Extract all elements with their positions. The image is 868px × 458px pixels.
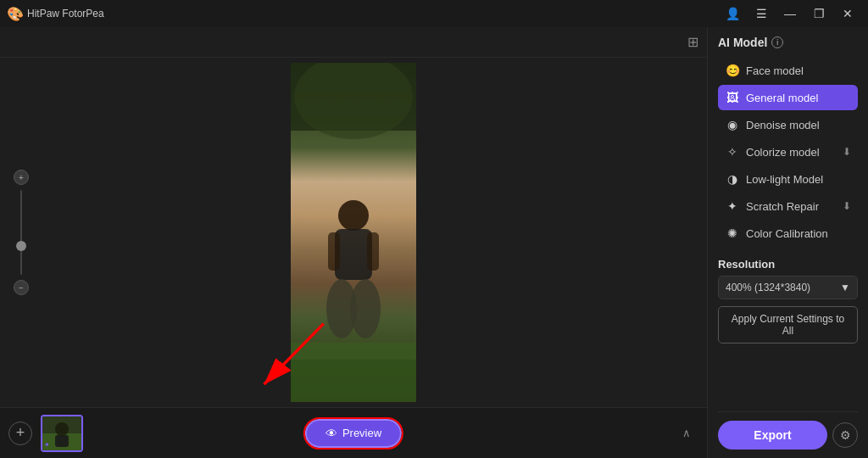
svg-rect-9: [291, 360, 416, 402]
zoom-track[interactable]: [20, 190, 22, 275]
maximize-button[interactable]: ❐: [805, 3, 832, 24]
zoom-in-button[interactable]: +: [14, 170, 29, 185]
title-bar-controls: 👤 ☰ — ❐ ✕: [719, 3, 861, 24]
crop-tool-icon[interactable]: ⊞: [687, 34, 698, 50]
photo-display: [291, 63, 416, 402]
model-item-scratch[interactable]: ✦ Scratch Repair ⬇: [718, 193, 858, 219]
model-item-lowlight[interactable]: ◑ Low-light Model: [718, 166, 858, 192]
canvas-toolbar: ⊞: [0, 27, 707, 58]
denoise-model-icon: ◉: [725, 118, 740, 131]
scratch-model-icon: ✦: [725, 199, 740, 213]
canvas-wrapper: + −: [0, 58, 707, 407]
zoom-thumb[interactable]: [16, 241, 26, 251]
export-settings-button[interactable]: ⚙: [832, 422, 858, 448]
preview-button[interactable]: 👁 Preview: [305, 419, 402, 448]
bottom-bar: + ✦: [0, 407, 707, 458]
resolution-dropdown-icon: ▼: [840, 282, 850, 293]
resolution-label: Resolution: [718, 258, 858, 271]
ai-model-info-icon[interactable]: i: [771, 36, 783, 48]
lowlight-model-label: Low-light Model: [746, 173, 823, 186]
minimize-button[interactable]: —: [776, 3, 804, 24]
right-panel: AI Model i 😊 Face model 🖼 General model …: [707, 27, 868, 458]
expand-button[interactable]: ∧: [676, 423, 697, 444]
face-model-label: Face model: [746, 64, 804, 77]
zoom-out-button[interactable]: −: [14, 280, 29, 295]
resolution-value: 400% (1324*3840): [726, 282, 810, 293]
resolution-section: Resolution 400% (1324*3840) ▼ Apply Curr…: [718, 258, 858, 344]
colorize-download-icon[interactable]: ⬇: [843, 146, 851, 158]
app-logo-icon: 🎨: [7, 6, 22, 21]
add-image-button[interactable]: +: [8, 422, 32, 445]
general-model-label: General model: [746, 92, 818, 104]
svg-point-2: [338, 200, 369, 231]
thumbnails-strip: ✦: [41, 415, 83, 452]
model-item-face-left: 😊 Face model: [725, 64, 804, 77]
model-item-scratch-left: ✦ Scratch Repair: [725, 199, 819, 213]
scratch-download-icon[interactable]: ⬇: [843, 200, 851, 212]
svg-rect-3: [335, 229, 372, 280]
title-bar: 🎨 HitPaw FotorPea 👤 ☰ — ❐ ✕: [0, 0, 868, 27]
denoise-model-label: Denoise model: [746, 119, 820, 131]
calibration-model-label: Color Calibration: [746, 227, 828, 240]
face-model-icon: 😊: [725, 64, 740, 77]
close-button[interactable]: ✕: [834, 3, 861, 24]
thumbnail-item[interactable]: ✦: [41, 415, 83, 452]
expand-icon: ∧: [682, 427, 691, 439]
account-button[interactable]: 👤: [719, 3, 746, 24]
apply-settings-button[interactable]: Apply Current Settings to All: [718, 306, 858, 344]
preview-eye-icon: 👁: [326, 427, 337, 440]
model-item-lowlight-left: ◑ Low-light Model: [725, 172, 823, 186]
main-content: ⊞ + −: [0, 27, 868, 458]
calibration-model-icon: ✺: [725, 226, 740, 240]
app-title: HitPaw FotorPea: [27, 8, 104, 20]
export-bar: Export ⚙: [718, 411, 858, 450]
resolution-dropdown[interactable]: 400% (1324*3840) ▼: [718, 276, 858, 299]
model-item-denoise-left: ◉ Denoise model: [725, 118, 820, 131]
model-item-calibration[interactable]: ✺ Color Calibration: [718, 221, 858, 246]
export-button[interactable]: Export: [718, 421, 827, 450]
svg-point-7: [350, 279, 381, 338]
model-item-colorize[interactable]: ✧ Colorize model ⬇: [718, 139, 858, 165]
canvas-area: ⊞ + −: [0, 27, 707, 458]
preview-button-container: 👁 Preview: [305, 419, 402, 448]
preview-button-label: Preview: [342, 427, 381, 439]
model-item-general[interactable]: 🖼 General model: [718, 85, 858, 110]
svg-rect-4: [328, 232, 340, 271]
menu-button[interactable]: ☰: [748, 3, 775, 24]
model-item-calibration-left: ✺ Color Calibration: [725, 226, 828, 240]
lowlight-model-icon: ◑: [725, 172, 740, 186]
model-item-general-left: 🖼 General model: [725, 91, 818, 104]
model-item-face[interactable]: 😊 Face model: [718, 58, 858, 83]
svg-rect-15: [55, 435, 69, 447]
zoom-slider-container: + −: [14, 170, 29, 295]
title-bar-left: 🎨 HitPaw FotorPea: [7, 6, 104, 21]
general-model-icon: 🖼: [725, 91, 740, 104]
svg-rect-5: [367, 232, 379, 271]
ai-model-title: AI Model: [718, 36, 767, 49]
colorize-model-label: Colorize model: [746, 146, 820, 159]
colorize-model-icon: ✧: [725, 145, 740, 159]
model-item-colorize-left: ✧ Colorize model: [725, 145, 820, 159]
ai-model-header: AI Model i: [718, 36, 858, 49]
person-silhouette: [291, 63, 416, 402]
svg-point-14: [55, 422, 69, 436]
model-item-denoise[interactable]: ◉ Denoise model: [718, 112, 858, 137]
scratch-model-label: Scratch Repair: [746, 200, 819, 213]
